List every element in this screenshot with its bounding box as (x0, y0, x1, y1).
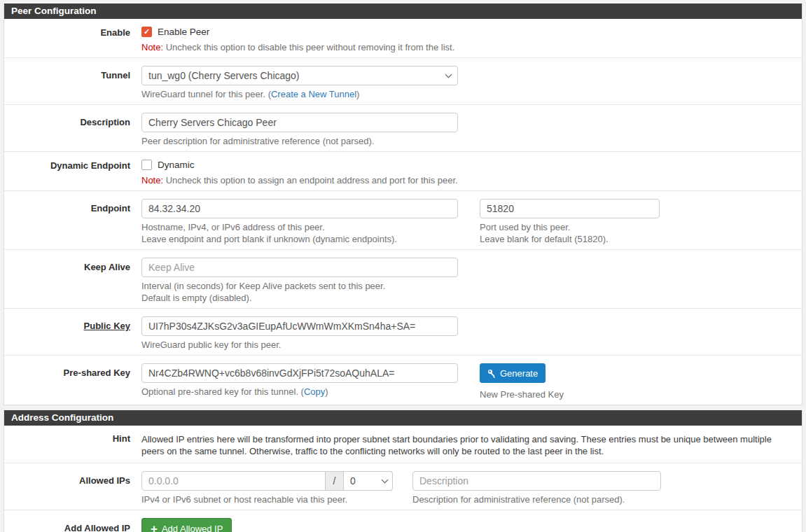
row-tunnel: Tunnel tun_wg0 (Cherry Servers Chicago) … (4, 57, 802, 104)
endpoint-help-line1: Hostname, IPv4, or IPv6 address of this … (141, 221, 458, 233)
enable-note: Note: Uncheck this option to disable thi… (141, 41, 788, 53)
generate-button[interactable]: Generate (480, 363, 546, 383)
check-icon: ✓ (144, 28, 150, 36)
dynamic-checkbox-label: Dynamic (158, 160, 195, 170)
tunnel-help-suffix: ) (356, 89, 359, 99)
pre-shared-key-help: Optional pre-shared key for this tunnel.… (141, 386, 458, 398)
description-label: Description (4, 113, 141, 147)
peer-configuration-header: Peer Configuration (4, 4, 802, 19)
hint-text: Allowed IP entries here will be transfor… (141, 433, 788, 457)
enable-peer-checkbox-label: Enable Peer (158, 27, 209, 37)
row-public-key: Public Key WireGuard public key for this… (4, 308, 802, 355)
create-new-tunnel-link[interactable]: Create a New Tunnel (271, 89, 356, 99)
row-hint: Hint Allowed IP entries here will be tra… (4, 426, 802, 463)
endpoint-port-help: Port used by this peer. Leave blank for … (480, 221, 660, 245)
peer-configuration-panel: Peer Configuration Enable ✓ Enable Peer … (4, 4, 802, 405)
tunnel-help: WireGuard tunnel for this peer. (Create … (141, 88, 788, 100)
row-enable: Enable ✓ Enable Peer Note: Uncheck this … (4, 19, 802, 57)
subnet-mask-select[interactable]: 0 (344, 471, 393, 491)
tunnel-select[interactable]: tun_wg0 (Cherry Servers Chicago) (141, 66, 458, 85)
endpoint-address-help: Hostname, IPv4, or IPv6 address of this … (141, 221, 458, 245)
public-key-input[interactable] (141, 316, 458, 336)
add-allowed-ip-button-label: Add Allowed IP (162, 524, 223, 532)
generate-button-label: Generate (500, 368, 538, 379)
copy-link[interactable]: Copy (304, 386, 325, 397)
endpoint-port-input[interactable] (480, 199, 660, 218)
keep-alive-help: Interval (in seconds) for Keep Alive pac… (141, 280, 788, 304)
row-allowed-ips: Allowed IPs / 0 IPv4 or IPv6 subnet (4, 463, 802, 510)
note-text: Uncheck this option to assign an endpoin… (163, 175, 458, 186)
panel-title: Peer Configuration (11, 6, 97, 16)
note-prefix: Note: (141, 175, 163, 186)
key-icon (487, 369, 496, 378)
row-dynamic-endpoint: Dynamic Endpoint ✓ Dynamic Note: Uncheck… (4, 151, 802, 190)
allowed-ip-help: IPv4 or IPv6 subnet or host reachable vi… (141, 493, 393, 505)
endpoint-address-input[interactable] (141, 199, 458, 218)
row-pre-shared-key: Pre-shared Key Optional pre-shared key f… (4, 355, 802, 405)
enable-peer-checkbox[interactable]: ✓ (141, 27, 152, 37)
endpoint-label: Endpoint (4, 199, 141, 245)
add-allowed-ip-label: Add Allowed IP (4, 518, 141, 532)
pre-shared-key-label: Pre-shared Key (4, 363, 141, 400)
allowed-ip-input[interactable] (141, 471, 326, 491)
note-prefix: Note: (141, 42, 163, 52)
dynamic-note: Note: Uncheck this option to assign an e… (141, 174, 788, 186)
description-input[interactable] (141, 113, 458, 132)
enable-label: Enable (4, 27, 141, 53)
hint-label: Hint (4, 433, 141, 457)
description-help: Peer description for administrative refe… (141, 135, 788, 147)
add-allowed-ip-button[interactable]: + Add Allowed IP (141, 518, 232, 532)
row-keep-alive: Keep Alive Interval (in seconds) for Kee… (4, 249, 802, 308)
public-key-label: Public Key (4, 316, 141, 351)
keep-alive-input[interactable] (141, 258, 458, 277)
row-description: Description Peer description for adminis… (4, 104, 802, 151)
subnet-separator: / (326, 471, 344, 491)
allowed-ips-label: Allowed IPs (4, 471, 141, 505)
keep-alive-help-line1: Interval (in seconds) for Keep Alive pac… (141, 280, 788, 292)
address-configuration-panel: Address Configuration Hint Allowed IP en… (4, 410, 802, 532)
row-endpoint: Endpoint Hostname, IPv4, or IPv6 address… (4, 190, 802, 249)
pre-shared-key-input[interactable] (141, 363, 458, 383)
public-key-help: WireGuard public key for this peer. (141, 339, 788, 351)
dynamic-checkbox[interactable]: ✓ (141, 160, 152, 170)
endpoint-help-line2: Leave endpoint and port blank if unknown… (141, 233, 458, 245)
port-help-line2: Leave blank for default (51820). (480, 233, 660, 245)
tunnel-help-text: WireGuard tunnel for this peer. ( (141, 89, 271, 99)
allowed-ip-description-help: Description for administrative reference… (412, 493, 661, 505)
psk-help-text: Optional pre-shared key for this tunnel.… (141, 386, 304, 397)
port-help-line1: Port used by this peer. (480, 221, 660, 233)
row-add-allowed-ip: Add Allowed IP + Add Allowed IP (4, 510, 802, 532)
psk-help-suffix: ) (325, 386, 328, 397)
public-key-label-text: Public Key (84, 321, 130, 331)
panel-title: Address Configuration (11, 412, 113, 423)
allowed-ip-description-input[interactable] (412, 471, 661, 491)
tunnel-label: Tunnel (4, 66, 141, 100)
dynamic-endpoint-label: Dynamic Endpoint (4, 160, 141, 186)
generate-help: New Pre-shared Key (480, 388, 564, 400)
note-text: Uncheck this option to disable this peer… (163, 42, 454, 52)
plus-icon: + (151, 523, 158, 532)
keep-alive-help-line2: Default is empty (disabled). (141, 292, 788, 304)
keep-alive-label: Keep Alive (4, 258, 141, 304)
address-configuration-header: Address Configuration (4, 410, 802, 426)
